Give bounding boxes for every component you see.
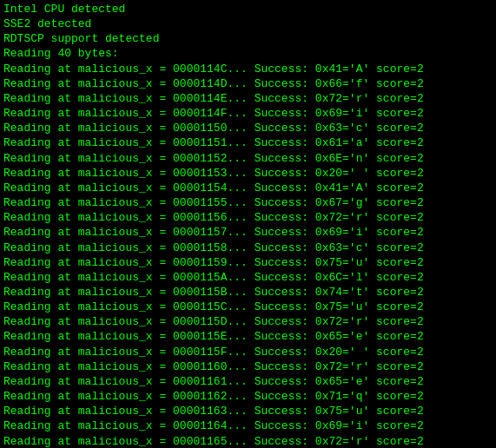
terminal-line: Reading at malicious_x = 0000115A... Suc… [3, 270, 493, 285]
terminal-line: Reading at malicious_x = 0000114E... Suc… [3, 91, 493, 106]
terminal-line: Reading at malicious_x = 0000115E... Suc… [3, 329, 493, 344]
terminal-output: Intel CPU detectedSSE2 detectedRDTSCP su… [3, 2, 493, 448]
terminal-line: Reading at malicious_x = 0000115C... Suc… [3, 300, 493, 314]
terminal-line: Reading at malicious_x = 00001154... Suc… [3, 181, 493, 195]
terminal-line: SSE2 detected [3, 16, 493, 31]
terminal-line: Reading at malicious_x = 00001152... Suc… [3, 151, 493, 166]
terminal-line: Reading at malicious_x = 00001163... Suc… [3, 404, 493, 418]
terminal-line: Reading at malicious_x = 00001156... Suc… [3, 210, 493, 225]
terminal-line: Reading at malicious_x = 0000114C... Suc… [3, 62, 493, 76]
terminal-line: Reading at malicious_x = 00001165... Suc… [3, 434, 493, 448]
terminal-line: Reading at malicious_x = 00001161... Suc… [3, 374, 493, 389]
terminal-line: Reading 40 bytes: [3, 46, 493, 61]
terminal-line: Reading at malicious_x = 0000114D... Suc… [3, 76, 493, 91]
terminal-line: RDTSCP support detected [3, 31, 493, 46]
terminal-line: Reading at malicious_x = 00001151... Suc… [3, 135, 493, 150]
terminal-line: Reading at malicious_x = 00001150... Suc… [3, 121, 493, 135]
terminal-line: Reading at malicious_x = 0000114F... Suc… [3, 106, 493, 121]
terminal-line: Reading at malicious_x = 0000115D... Suc… [3, 314, 493, 329]
terminal-line: Reading at malicious_x = 00001153... Suc… [3, 166, 493, 181]
terminal-line: Reading at malicious_x = 00001164... Suc… [3, 418, 493, 433]
terminal-line: Reading at malicious_x = 00001162... Suc… [3, 389, 493, 404]
terminal-line: Reading at malicious_x = 00001159... Suc… [3, 255, 493, 270]
terminal-line: Reading at malicious_x = 00001157... Suc… [3, 225, 493, 240]
terminal-line: Reading at malicious_x = 0000115F... Suc… [3, 345, 493, 359]
terminal-line: Reading at malicious_x = 00001160... Suc… [3, 359, 493, 374]
terminal-line: Intel CPU detected [3, 2, 493, 16]
terminal-line: Reading at malicious_x = 00001155... Suc… [3, 195, 493, 210]
terminal-line: Reading at malicious_x = 00001158... Suc… [3, 240, 493, 255]
terminal-line: Reading at malicious_x = 0000115B... Suc… [3, 285, 493, 300]
